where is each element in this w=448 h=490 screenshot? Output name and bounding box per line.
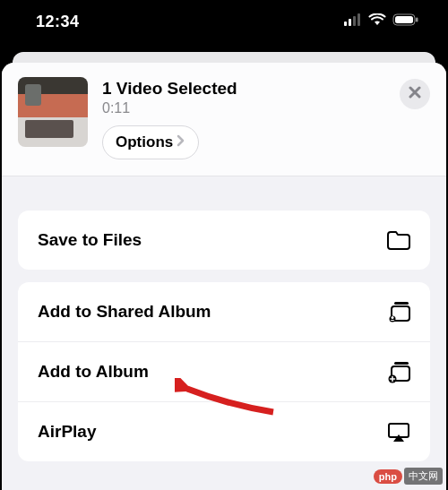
svg-rect-6 bbox=[416, 18, 418, 22]
close-button[interactable] bbox=[400, 79, 430, 109]
svg-point-10 bbox=[392, 316, 394, 319]
selection-title: 1 Video Selected bbox=[102, 79, 385, 99]
svg-rect-7 bbox=[394, 302, 409, 305]
svg-rect-0 bbox=[344, 21, 347, 26]
add-to-shared-album-row[interactable]: Add to Shared Album bbox=[18, 282, 430, 341]
add-album-icon bbox=[385, 358, 412, 385]
svg-rect-1 bbox=[349, 19, 351, 26]
folder-icon bbox=[385, 227, 412, 254]
action-label: AirPlay bbox=[38, 422, 96, 442]
add-to-album-row[interactable]: Add to Album bbox=[18, 341, 430, 401]
airplay-row[interactable]: AirPlay bbox=[18, 401, 430, 461]
action-label: Save to Files bbox=[38, 230, 142, 250]
actions-list: Save to Files Add to Shared Album Add to… bbox=[2, 176, 446, 461]
header-text: 1 Video Selected 0:11 Options bbox=[102, 77, 385, 159]
chevron-right-icon bbox=[177, 133, 185, 151]
watermark-text: 中文网 bbox=[404, 468, 443, 485]
signal-icon bbox=[344, 13, 362, 30]
svg-rect-11 bbox=[394, 362, 409, 365]
close-icon bbox=[409, 86, 421, 102]
watermark: php 中文网 bbox=[374, 468, 443, 485]
video-duration: 0:11 bbox=[102, 100, 385, 116]
action-label: Add to Album bbox=[38, 362, 149, 382]
sheet-header: 1 Video Selected 0:11 Options bbox=[2, 63, 446, 176]
options-label: Options bbox=[116, 133, 173, 151]
svg-rect-2 bbox=[353, 16, 356, 26]
status-bar: 12:34 bbox=[0, 0, 448, 43]
wifi-icon bbox=[368, 13, 386, 30]
battery-icon bbox=[392, 13, 419, 30]
watermark-badge: php bbox=[374, 469, 402, 484]
options-button[interactable]: Options bbox=[102, 125, 199, 159]
status-icons bbox=[344, 13, 419, 30]
save-to-files-row[interactable]: Save to Files bbox=[18, 211, 430, 270]
action-label: Add to Shared Album bbox=[38, 302, 211, 322]
action-group: Add to Shared Album Add to Album AirPlay bbox=[18, 282, 430, 461]
svg-rect-3 bbox=[358, 13, 360, 26]
action-group: Save to Files bbox=[18, 211, 430, 270]
status-time: 12:34 bbox=[36, 13, 80, 31]
airplay-icon bbox=[385, 418, 412, 445]
share-sheet: 1 Video Selected 0:11 Options Save to Fi… bbox=[2, 63, 446, 490]
svg-rect-5 bbox=[395, 16, 413, 23]
shared-album-icon bbox=[385, 298, 412, 325]
video-thumbnail[interactable] bbox=[18, 77, 88, 147]
